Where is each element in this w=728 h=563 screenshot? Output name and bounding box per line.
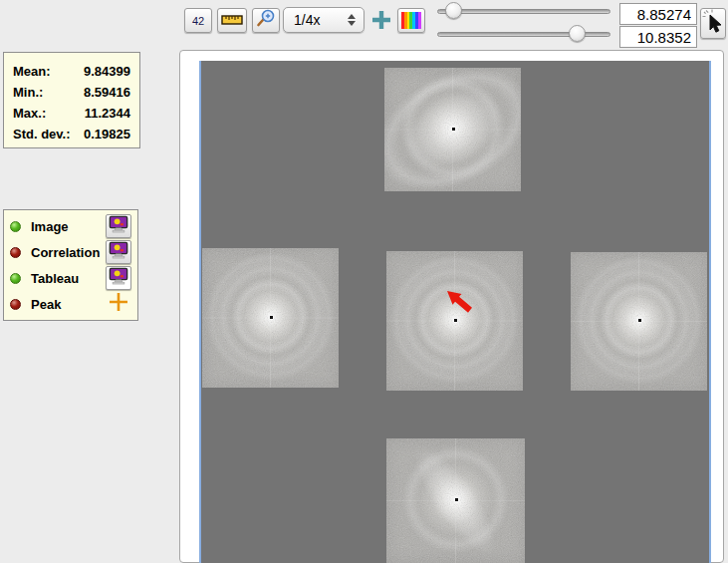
tableau-display-button[interactable]	[106, 266, 131, 290]
scale-select-value: 1/4x	[284, 12, 344, 28]
layer-row-correlation[interactable]: Correlation	[10, 239, 131, 265]
monitor-icon	[109, 241, 128, 264]
stat-label: Min.:	[13, 82, 43, 103]
red-led-icon	[10, 299, 21, 310]
green-led-icon	[10, 221, 21, 232]
teal-plus-icon	[370, 17, 392, 34]
stat-label: Max.:	[13, 103, 46, 124]
spectrum-center-dot	[452, 128, 455, 131]
magnifier-plus-icon	[256, 9, 276, 32]
power-spectrum-tile-bottom[interactable]	[386, 438, 525, 563]
correlation-display-button[interactable]	[106, 240, 131, 264]
green-led-icon	[10, 273, 21, 284]
power-spectrum-tile-top[interactable]	[384, 68, 521, 191]
spectrum-center-dot	[638, 319, 641, 322]
monitor-icon	[109, 267, 128, 290]
rainbow-colormap-icon	[401, 12, 421, 29]
stepper-arrows-icon	[344, 14, 360, 26]
zoom-button[interactable]	[252, 8, 280, 33]
orange-plus-icon	[108, 291, 129, 317]
red-led-icon	[10, 247, 21, 258]
stat-value: 11.2344	[85, 103, 130, 124]
slider-track[interactable]	[437, 9, 610, 14]
stat-row-mean: Mean: 9.84399	[13, 61, 130, 82]
spectrum-center-dot	[270, 316, 273, 319]
peak-marker-button[interactable]	[106, 292, 131, 316]
min-contrast-slider[interactable]	[435, 1, 612, 21]
stat-row-max: Max.: 11.2344	[13, 103, 130, 124]
layer-label: Correlation	[31, 245, 106, 260]
value-42-button[interactable]: 42	[184, 8, 212, 33]
power-spectrum-tile-right[interactable]	[571, 252, 707, 391]
ruler-icon	[221, 12, 243, 30]
layer-row-peak[interactable]: Peak	[10, 291, 131, 317]
application-window: 42 1/4x	[0, 0, 728, 563]
layer-row-tableau[interactable]: Tableau	[10, 265, 131, 291]
image-display-button[interactable]	[106, 214, 131, 238]
spectrum-center-dot	[455, 498, 458, 501]
stat-value: 9.84399	[84, 61, 130, 82]
stat-label: Std. dev.:	[13, 124, 71, 144]
max-value-field[interactable]	[619, 26, 697, 48]
slider-handle[interactable]	[445, 2, 462, 19]
max-contrast-slider[interactable]	[435, 24, 612, 44]
min-value-field[interactable]	[619, 3, 697, 25]
layer-label: Peak	[31, 297, 106, 312]
power-spectrum-tile-left[interactable]	[202, 248, 339, 388]
colormap-button[interactable]	[397, 8, 425, 33]
add-button[interactable]	[370, 9, 392, 31]
power-spectrum-tile-center[interactable]	[386, 251, 523, 391]
statistics-panel: Mean: 9.84399 Min.: 8.59416 Max.: 11.234…	[3, 52, 140, 148]
stat-row-stddev: Std. dev.: 0.19825	[13, 124, 130, 144]
value-42-label: 42	[192, 15, 204, 27]
stat-row-min: Min.: 8.59416	[13, 82, 130, 103]
stat-value: 0.19825	[84, 124, 130, 144]
cursor-sparkle-icon	[702, 9, 724, 38]
stat-label: Mean:	[13, 61, 51, 82]
monitor-icon	[109, 215, 128, 238]
layers-panel: Image Correlation	[3, 209, 138, 321]
red-arrow-annotation	[443, 286, 479, 316]
layer-row-image[interactable]: Image	[10, 213, 131, 239]
scale-select[interactable]: 1/4x	[283, 7, 364, 33]
layer-label: Tableau	[31, 271, 106, 286]
spectrum-center-dot	[454, 319, 457, 322]
ruler-button[interactable]	[217, 8, 247, 33]
stat-value: 8.59416	[84, 82, 130, 103]
layer-label: Image	[31, 219, 106, 234]
pointer-tool-button[interactable]	[700, 8, 726, 39]
slider-handle[interactable]	[569, 25, 586, 42]
